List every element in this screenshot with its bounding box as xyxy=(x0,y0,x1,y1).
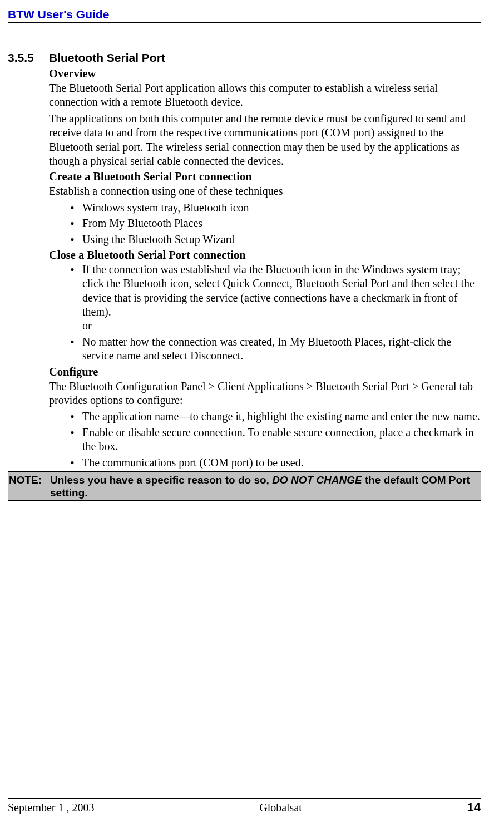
list-item: The application name—to change it, highl… xyxy=(70,410,481,423)
section-heading: 3.5.5 Bluetooth Serial Port xyxy=(8,51,481,65)
note-box: NOTE: Unless you have a specific reason … xyxy=(8,471,481,501)
page-footer: September 1 , 2003 Globalsat 14 xyxy=(8,798,481,815)
page-header: BTW User's Guide xyxy=(8,8,481,23)
close-list: If the connection was established via th… xyxy=(49,263,481,363)
list-item: Using the Bluetooth Setup Wizard xyxy=(70,233,481,247)
overview-para-2: The applications on both this computer a… xyxy=(49,112,481,169)
create-list: Windows system tray, Bluetooth icon From… xyxy=(49,201,481,247)
footer-date: September 1 , 2003 xyxy=(8,801,95,814)
note-label: NOTE: xyxy=(8,474,50,499)
close-heading: Close a Bluetooth Serial Port connection xyxy=(49,249,481,262)
header-title: BTW User's Guide xyxy=(8,8,109,21)
configure-list: The application name—to change it, highl… xyxy=(49,410,481,470)
page-number: 14 xyxy=(467,800,481,815)
configure-intro: The Bluetooth Configuration Panel > Clie… xyxy=(49,379,481,408)
list-item: Windows system tray, Bluetooth icon xyxy=(70,201,481,215)
note-text-before: Unless you have a specific reason to do … xyxy=(50,474,272,486)
list-item: If the connection was established via th… xyxy=(70,263,481,333)
create-heading: Create a Bluetooth Serial Port connectio… xyxy=(49,170,481,183)
create-intro: Establish a connection using one of thes… xyxy=(49,184,481,198)
overview-heading: Overview xyxy=(49,67,481,80)
section-number: 3.5.5 xyxy=(8,51,49,65)
note-text: Unless you have a specific reason to do … xyxy=(50,474,481,499)
list-item: The communications port (COM port) to be… xyxy=(70,456,481,470)
list-item: No matter how the connection was created… xyxy=(70,335,481,363)
overview-para-1: The Bluetooth Serial Port application al… xyxy=(49,81,481,110)
configure-heading: Configure xyxy=(49,366,481,378)
page-content: 3.5.5 Bluetooth Serial Port Overview The… xyxy=(8,23,481,792)
list-item: Enable or disable secure connection. To … xyxy=(70,426,481,454)
section-title: Bluetooth Serial Port xyxy=(49,51,165,65)
note-emphasis: DO NOT CHANGE xyxy=(272,474,362,486)
list-item: From My Bluetooth Places xyxy=(70,216,481,230)
footer-company: Globalsat xyxy=(95,801,467,814)
